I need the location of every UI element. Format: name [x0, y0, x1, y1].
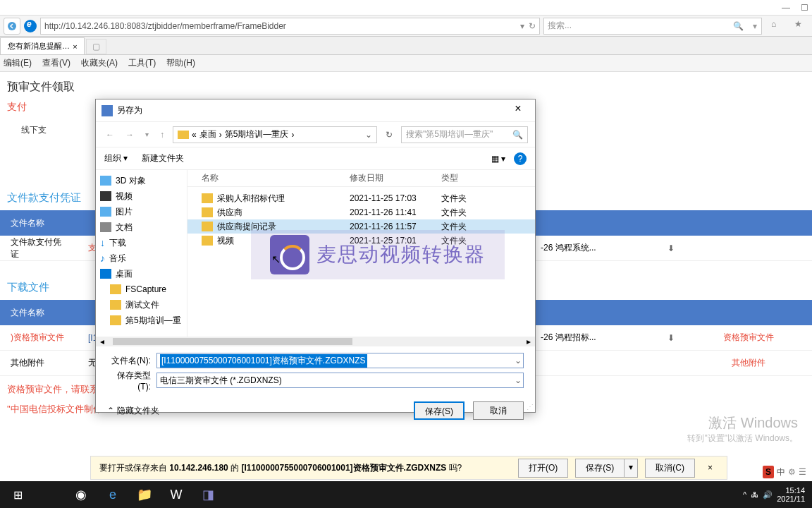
search-icon[interactable]: 🔍 — [733, 21, 744, 31]
folder-search-input[interactable]: 搜索"第5期培训—重庆" 🔍 — [401, 126, 528, 143]
browser-search-input[interactable]: 搜索... 🔍 ▾ — [543, 18, 762, 35]
download-notification-bar: 要打开或保存来自 10.142.246.180 的 [I110000075500… — [90, 456, 727, 480]
col-date[interactable]: 修改日期 — [350, 172, 441, 184]
refresh-icon[interactable]: ↻ — [529, 21, 536, 31]
network-icon[interactable]: 🖧 — [751, 490, 758, 499]
list-item[interactable]: 采购人和招标代理 2021-11-25 17:03 文件夹 — [187, 191, 535, 205]
menu-view[interactable]: 查看(V) — [42, 57, 70, 69]
url-input[interactable]: http://10.142.246.180:8083/ztjbidder/mem… — [40, 18, 540, 35]
tab-close-icon[interactable]: × — [73, 42, 77, 51]
browser-tab[interactable]: 您有新消息提醒，... × — [0, 37, 85, 54]
save-button[interactable]: 保存(S) — [414, 401, 465, 420]
ie-taskbar-icon[interactable]: e — [99, 483, 127, 506]
path-breadcrumb[interactable]: « 桌面 › 第5期培训—重庆 › ⌄ — [173, 126, 377, 143]
chevron-down-icon[interactable]: ⌄ — [515, 356, 522, 365]
tray-overflow: S 中 ⚙ ☰ — [763, 466, 806, 478]
home-icon[interactable]: ⌂ — [771, 19, 785, 33]
file-list: 名称 修改日期 类型 采购人和招标代理 2021-11-25 17:03 文件夹… — [187, 170, 535, 337]
filetype-select[interactable]: 电信三期资审文件 (*.ZGDXNZS) ⌄ — [156, 373, 524, 388]
menu-favorites[interactable]: 收藏夹(A) — [81, 57, 118, 69]
folder-tree: 3D 对象 视频 图片 文档 ↓下载 ♪音乐 桌面 FSCapture 测试文件… — [96, 170, 187, 337]
tree-item-video[interactable]: 视频 — [96, 188, 187, 204]
tree-item-pictures[interactable]: 图片 — [96, 204, 187, 219]
col-name[interactable]: 名称 — [187, 172, 350, 184]
cancel-button[interactable]: 取消 — [473, 401, 524, 420]
nav-forward-icon[interactable]: → — [123, 128, 137, 141]
col-type[interactable]: 类型 — [441, 172, 498, 184]
nav-recent-icon[interactable]: ▾ — [142, 129, 152, 140]
ime-lang-icon[interactable]: 中 — [777, 466, 785, 478]
download-message: 要打开或保存来自 10.142.246.180 的 [I110000075500… — [99, 462, 511, 474]
download-icon[interactable] — [668, 243, 675, 253]
chevron-down-icon[interactable]: ⌄ — [515, 375, 522, 385]
maximize-icon[interactable]: ☐ — [801, 3, 808, 13]
close-icon[interactable]: × — [702, 461, 718, 474]
tree-item-music[interactable]: ♪音乐 — [96, 250, 187, 266]
list-item[interactable]: 视频 2021-11-25 17:01 文件夹 — [187, 234, 535, 248]
filename-label: 文件名(N): — [107, 355, 151, 367]
app-icon[interactable]: ◨ — [194, 483, 222, 506]
menu-help[interactable]: 帮助(H) — [166, 57, 195, 69]
dialog-icon — [102, 105, 113, 116]
explorer-icon[interactable]: 📁 — [130, 483, 159, 506]
favorites-icon[interactable]: ★ — [794, 19, 808, 33]
horizontal-scrollbar[interactable]: ◂▸ — [96, 337, 535, 346]
tray-up-icon[interactable]: ^ — [743, 490, 746, 499]
folder-icon — [202, 207, 213, 217]
open-button[interactable]: 打开(O) — [518, 459, 568, 478]
new-tab-button[interactable]: ▢ — [86, 39, 106, 54]
list-item[interactable]: 供应商 2021-11-26 11:41 文件夹 — [187, 205, 535, 219]
refresh-icon[interactable]: ↻ — [383, 130, 395, 140]
ime-icon[interactable]: S — [763, 466, 774, 478]
nav-up-icon[interactable]: ↑ — [157, 128, 167, 141]
dialog-title: 另存为 — [117, 104, 142, 116]
dialog-nav: ← → ▾ ↑ « 桌面 › 第5期培训—重庆 › ⌄ ↻ 搜索"第5期培训—重… — [96, 122, 535, 147]
tree-item-fscapture[interactable]: FSCapture — [96, 282, 187, 297]
hide-folders-toggle[interactable]: ⌃ 隐藏文件夹 — [107, 405, 159, 417]
organize-menu[interactable]: 组织 ▾ — [104, 152, 128, 164]
start-button[interactable]: ⊞ — [4, 483, 32, 506]
tree-item-3d[interactable]: 3D 对象 — [96, 173, 187, 188]
tree-item-desktop[interactable]: 桌面 — [96, 266, 187, 282]
tree-item-train5[interactable]: 第5期培训—重 — [96, 313, 187, 328]
resize-handle[interactable]: ⋰ — [527, 403, 534, 411]
menu-edit[interactable]: 编辑(E) — [4, 57, 32, 69]
dialog-close-button[interactable]: × — [507, 102, 529, 119]
help-icon[interactable]: ? — [514, 152, 527, 165]
chevron-up-icon: ⌃ — [107, 406, 114, 416]
cortana-icon[interactable] — [35, 483, 63, 506]
nav-back-icon[interactable]: ← — [103, 128, 117, 141]
nav-back-button[interactable] — [4, 18, 20, 35]
list-item[interactable]: 供应商提问记录 2021-11-26 11:57 文件夹 — [187, 219, 535, 234]
tree-item-testfile[interactable]: 测试文件 — [96, 297, 187, 313]
cancel-button[interactable]: 取消(C) — [645, 459, 695, 478]
dialog-toolbar: 组织 ▾ 新建文件夹 ▦ ▾ ? — [96, 147, 535, 170]
view-mode-icon[interactable]: ▦ ▾ — [491, 154, 505, 164]
save-dropdown-button[interactable]: ▾ — [624, 459, 638, 478]
chevron-down-icon[interactable]: ⌄ — [365, 130, 372, 140]
clock[interactable]: 15:14 2021/11 — [777, 486, 805, 503]
list-header: 名称 修改日期 类型 — [187, 170, 535, 187]
word-icon[interactable]: W — [162, 483, 190, 506]
tree-item-documents[interactable]: 文档 — [96, 219, 187, 235]
system-tray: ^ 🖧 🔊 15:14 2021/11 — [743, 486, 808, 503]
save-button[interactable]: 保存(S) — [575, 459, 624, 478]
new-folder-button[interactable]: 新建文件夹 — [142, 152, 184, 164]
volume-icon[interactable]: 🔊 — [763, 490, 773, 500]
minimize-icon[interactable]: — — [782, 3, 790, 13]
download-icon[interactable] — [668, 333, 675, 343]
activate-windows-watermark: 激活 Windows 转到"设置"以激活 Windows。 — [687, 413, 798, 445]
folder-icon — [202, 193, 213, 203]
save-as-dialog: 另存为 × ← → ▾ ↑ « 桌面 › 第5期培训—重庆 › ⌄ ↻ 搜索"第… — [95, 99, 536, 413]
folder-icon — [202, 236, 213, 246]
tree-item-downloads[interactable]: ↓下载 — [96, 235, 187, 250]
window-titlebar: — ☐ — [0, 0, 812, 16]
menu-tools[interactable]: 工具(T) — [128, 57, 156, 69]
filetype-label: 保存类型(T): — [107, 370, 151, 392]
filename-input[interactable]: [I1100000755000706001001]资格预审文件.ZGDXNZS … — [156, 353, 524, 368]
page-title: 预审文件领取 — [0, 76, 812, 97]
taskbar: ⊞ ◉ e 📁 W ◨ ^ 🖧 🔊 15:14 2021/11 — [0, 481, 812, 508]
search-icon[interactable]: 🔍 — [512, 130, 523, 140]
edge-icon[interactable]: ◉ — [67, 483, 95, 506]
svg-point-0 — [8, 22, 16, 30]
